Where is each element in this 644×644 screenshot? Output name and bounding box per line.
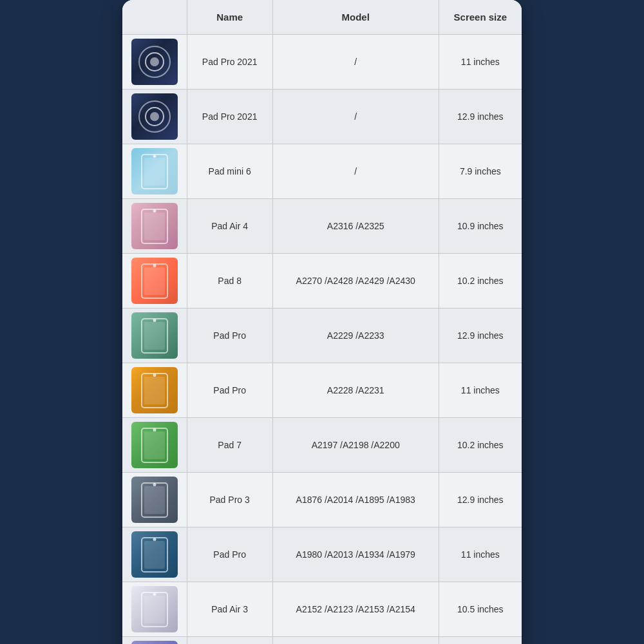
device-camera-inner [145, 107, 164, 126]
device-thumbnail [131, 477, 178, 523]
device-thumbnail [131, 367, 178, 413]
col-header-image [122, 0, 187, 35]
device-shape [141, 592, 168, 627]
device-thumbnail [131, 93, 178, 140]
main-card: Name Model Screen size Pad Pro 2021/11 i… [122, 0, 522, 644]
col-header-model: Model [272, 0, 439, 35]
device-name: Pad Pro 2021 [187, 90, 272, 144]
device-name: Pad Pro [187, 527, 272, 582]
table-row: Pad Air 4A2316 /A232510.9 inches [122, 199, 522, 254]
device-shape [141, 373, 168, 408]
device-model: A1876 /A2014 /A1895 /A1983 [272, 473, 439, 527]
table-row: Pad 8A2270 /A2428 /A2429 /A243010.2 inch… [122, 254, 522, 308]
device-screen-size: 10.2 inches [439, 418, 522, 473]
device-name: Pad Pro [187, 308, 272, 363]
device-model: A2197 /A2198 /A2200 [272, 418, 439, 473]
device-name: Pad Pro 3 [187, 473, 272, 527]
device-shape [141, 482, 168, 518]
device-image-cell [122, 582, 187, 637]
device-camera-dot [153, 483, 156, 486]
device-screen-size: 11 inches [439, 527, 522, 582]
device-camera-dot [153, 264, 156, 267]
device-shape [141, 209, 168, 244]
device-name: Pad Air 4 [187, 199, 272, 254]
device-camera-dot [153, 428, 156, 431]
device-thumbnail [131, 422, 178, 468]
device-shape [141, 154, 168, 189]
device-shape [141, 318, 168, 354]
device-camera-dot [153, 592, 156, 596]
table-row: Pad ProA1980 /A2013 /A1934 /A197911 inch… [122, 527, 522, 582]
device-model: A2316 /A2325 [272, 199, 439, 254]
table-row: Pad Pro 2021/11 inches [122, 35, 522, 90]
device-image-cell [122, 35, 187, 90]
device-shape [141, 263, 168, 299]
device-camera-dot [153, 319, 156, 322]
col-header-screen: Screen size [439, 0, 522, 35]
device-image-cell [122, 144, 187, 199]
device-model: A2270 /A2428 /A2429 /A2430 [272, 254, 439, 308]
device-screen-size: 7.9 inches [439, 637, 522, 645]
device-thumbnail [131, 258, 178, 304]
table-row: Pad ProA2228 /A223111 inches [122, 363, 522, 418]
device-name: Pad Air 3 [187, 582, 272, 637]
table-row: Pad Pro 2021/12.9 inches [122, 90, 522, 144]
device-name: Pad Pro 2021 [187, 35, 272, 90]
device-image-cell [122, 199, 187, 254]
ipad-table: Name Model Screen size Pad Pro 2021/11 i… [122, 0, 522, 644]
table-row: Pad Pro 3A1876 /A2014 /A1895 /A198312.9 … [122, 473, 522, 527]
device-screen-size: 11 inches [439, 35, 522, 90]
device-thumbnail [131, 312, 178, 359]
device-camera-dot [153, 209, 156, 213]
device-model: / [272, 90, 439, 144]
device-image-cell [122, 90, 187, 144]
device-name: Pad Pro [187, 363, 272, 418]
device-camera-core [150, 112, 159, 121]
device-thumbnail [131, 641, 178, 644]
device-screen-size: 12.9 inches [439, 308, 522, 363]
device-camera-core [150, 57, 159, 66]
device-camera-dot [153, 155, 156, 158]
device-screen-size: 10.2 inches [439, 254, 522, 308]
device-screen-size: 7.9 inches [439, 144, 522, 199]
device-screen-size: 12.9 inches [439, 90, 522, 144]
device-image-cell [122, 254, 187, 308]
device-camera-inner [145, 52, 164, 71]
device-thumbnail [131, 39, 178, 85]
device-camera-ring [138, 46, 171, 78]
device-image-cell [122, 527, 187, 582]
device-model: A2133 /A2124 /A2126 /A2125 [272, 637, 439, 645]
device-screen-size: 11 inches [439, 363, 522, 418]
device-image-cell [122, 637, 187, 645]
device-model: A1980 /A2013 /A1934 /A1979 [272, 527, 439, 582]
device-thumbnail [131, 586, 178, 632]
device-thumbnail [131, 203, 178, 249]
col-header-name: Name [187, 0, 272, 35]
device-image-cell [122, 363, 187, 418]
device-image-cell [122, 473, 187, 527]
device-model: A2152 /A2123 /A2153 /A2154 [272, 582, 439, 637]
table-row: Pad ProA2229 /A223312.9 inches [122, 308, 522, 363]
device-screen-size: 12.9 inches [439, 473, 522, 527]
device-shape [141, 428, 168, 463]
table-row: Pad 7A2197 /A2198 /A220010.2 inches [122, 418, 522, 473]
device-thumbnail [131, 531, 178, 578]
device-thumbnail [131, 148, 178, 194]
table-row: Pad mini 6/7.9 inches [122, 144, 522, 199]
table-row: Pad Air 3A2152 /A2123 /A2153 /A215410.5 … [122, 582, 522, 637]
device-model: A2228 /A2231 [272, 363, 439, 418]
device-shape [141, 537, 168, 573]
device-name: Pad mini 6 [187, 144, 272, 199]
table-header-row: Name Model Screen size [122, 0, 522, 35]
device-name: Pad 8 [187, 254, 272, 308]
device-camera-ring [138, 100, 171, 133]
table-row: Pad mini 5A2133 /A2124 /A2126 /A21257.9 … [122, 637, 522, 645]
device-model: / [272, 35, 439, 90]
device-camera-dot [153, 374, 156, 377]
device-image-cell [122, 418, 187, 473]
device-name: Pad 7 [187, 418, 272, 473]
device-screen-size: 10.9 inches [439, 199, 522, 254]
device-name: Pad mini 5 [187, 637, 272, 645]
device-image-cell [122, 308, 187, 363]
device-model: / [272, 144, 439, 199]
